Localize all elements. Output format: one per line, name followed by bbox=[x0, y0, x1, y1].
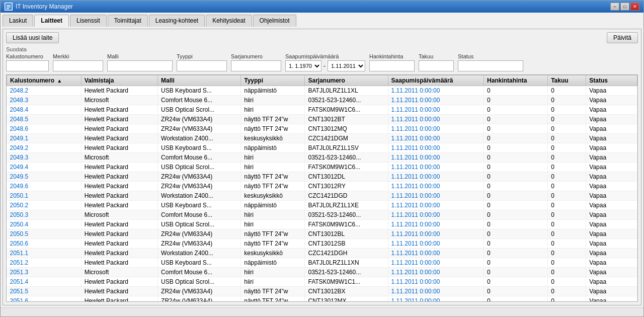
table-row[interactable]: 2048.3MicrosoftComfort Mouse 6...hiiri03… bbox=[7, 96, 637, 105]
col-tyyppi[interactable]: Tyyppi bbox=[241, 75, 305, 86]
cell-saapumispaiva[interactable]: 1.11.2011 0:00:00 bbox=[388, 153, 484, 163]
cell-saapumispaiva[interactable]: 1.11.2011 0:00:00 bbox=[388, 134, 484, 143]
cell-kalustonumero[interactable]: 2051.2 bbox=[7, 258, 82, 268]
filter-tyyppi-input[interactable] bbox=[177, 60, 227, 71]
filter-malli-input[interactable] bbox=[107, 60, 173, 71]
maximize-button[interactable]: □ bbox=[620, 3, 629, 11]
table-row[interactable]: 2050.3MicrosoftComfort Mouse 6...hiiri03… bbox=[7, 210, 637, 220]
table-row[interactable]: 2051.5Hewlett PackardZR24w (VM633A4)näyt… bbox=[7, 287, 637, 296]
filter-merkki-input[interactable] bbox=[53, 60, 103, 71]
cell-kalustonumero[interactable]: 2048.3 bbox=[7, 96, 82, 105]
cell-saapumispaiva[interactable]: 1.11.2011 0:00:00 bbox=[388, 105, 484, 115]
cell-saapumispaiva[interactable]: 1.11.2011 0:00:00 bbox=[388, 210, 484, 220]
cell-saapumispaiva[interactable]: 1.11.2011 0:00:00 bbox=[388, 143, 484, 153]
cell-saapumispaiva[interactable]: 1.11.2011 0:00:00 bbox=[388, 296, 484, 302]
cell-kalustonumero[interactable]: 2048.6 bbox=[7, 124, 82, 134]
filter-sarjanumero-input[interactable] bbox=[231, 60, 281, 71]
cell-kalustonumero[interactable]: 2051.1 bbox=[7, 249, 82, 258]
cell-saapumispaiva[interactable]: 1.11.2011 0:00:00 bbox=[388, 258, 484, 268]
cell-kalustonumero[interactable]: 2048.4 bbox=[7, 105, 82, 115]
cell-saapumispaiva[interactable]: 1.11.2011 0:00:00 bbox=[388, 229, 484, 239]
table-row[interactable]: 2050.6Hewlett PackardZR24w (VM633A4)näyt… bbox=[7, 239, 637, 249]
date-from-select[interactable]: 1. 1.1970 bbox=[285, 60, 321, 71]
cell-kalustonumero[interactable]: 2051.6 bbox=[7, 296, 82, 302]
table-row[interactable]: 2048.6Hewlett PackardZR24w (VM633A4)näyt… bbox=[7, 124, 637, 134]
cell-saapumispaiva[interactable]: 1.11.2011 0:00:00 bbox=[388, 96, 484, 105]
table-row[interactable]: 2050.4Hewlett PackardUSB Optical Scrol..… bbox=[7, 220, 637, 229]
table-row[interactable]: 2049.2Hewlett PackardUSB Keyboard S...nä… bbox=[7, 143, 637, 153]
col-takuu[interactable]: Takuu bbox=[548, 75, 586, 86]
cell-saapumispaiva[interactable]: 1.11.2011 0:00:00 bbox=[388, 201, 484, 210]
table-row[interactable]: 2049.4Hewlett PackardUSB Optical Scrol..… bbox=[7, 163, 637, 172]
add-device-button[interactable]: Lisää uusi laite bbox=[6, 32, 59, 43]
table-row[interactable]: 2050.5Hewlett PackardZR24w (VM633A4)näyt… bbox=[7, 229, 637, 239]
minimize-button[interactable]: – bbox=[610, 3, 619, 11]
cell-kalustonumero[interactable]: 2050.1 bbox=[7, 191, 82, 201]
table-row[interactable]: 2048.4Hewlett PackardUSB Optical Scrol..… bbox=[7, 105, 637, 115]
table-row[interactable]: 2051.1Hewlett PackardWorkstation Z400...… bbox=[7, 249, 637, 258]
tab-leasing[interactable]: Leasing-kohteet bbox=[149, 15, 205, 27]
cell-kalustonumero[interactable]: 2049.3 bbox=[7, 153, 82, 163]
table-row[interactable]: 2050.1Hewlett PackardWorkstation Z400...… bbox=[7, 191, 637, 201]
cell-saapumispaiva[interactable]: 1.11.2011 0:00:00 bbox=[388, 249, 484, 258]
cell-kalustonumero[interactable]: 2049.4 bbox=[7, 163, 82, 172]
table-row[interactable]: 2051.2Hewlett PackardUSB Keyboard S...nä… bbox=[7, 258, 637, 268]
col-kalustonumero[interactable]: Kalustonumero ▲ bbox=[7, 75, 82, 86]
cell-kalustonumero[interactable]: 2050.2 bbox=[7, 201, 82, 210]
tab-toimittajat[interactable]: Toimittajat bbox=[108, 15, 148, 27]
table-row[interactable]: 2048.5Hewlett PackardZR24w (VM633A4)näyt… bbox=[7, 115, 637, 124]
table-row[interactable]: 2051.4Hewlett PackardUSB Optical Scrol..… bbox=[7, 277, 637, 287]
table-row[interactable]: 2048.2Hewlett PackardUSB Keyboard S...nä… bbox=[7, 86, 637, 96]
date-to-select[interactable]: 1.11.2011 bbox=[328, 60, 365, 71]
cell-saapumispaiva[interactable]: 1.11.2011 0:00:00 bbox=[388, 172, 484, 182]
close-button[interactable]: ✕ bbox=[630, 3, 639, 11]
cell-saapumispaiva[interactable]: 1.11.2011 0:00:00 bbox=[388, 124, 484, 134]
cell-kalustonumero[interactable]: 2051.3 bbox=[7, 268, 82, 277]
cell-saapumispaiva[interactable]: 1.11.2011 0:00:00 bbox=[388, 182, 484, 191]
tab-ohjelmistot[interactable]: Ohjelmistot bbox=[253, 15, 296, 27]
cell-saapumispaiva[interactable]: 1.11.2011 0:00:00 bbox=[388, 115, 484, 124]
tab-lisenssit[interactable]: Lisenssit bbox=[70, 15, 107, 27]
filter-kalustonumero-input[interactable] bbox=[6, 60, 49, 71]
cell-kalustonumero[interactable]: 2048.2 bbox=[7, 86, 82, 96]
table-row[interactable]: 2049.5Hewlett PackardZR24w (VM633A4)näyt… bbox=[7, 172, 637, 182]
tab-laskut[interactable]: Laskut bbox=[3, 15, 33, 27]
col-valmistaja[interactable]: Valmistaja bbox=[81, 75, 157, 86]
table-row[interactable]: 2049.3MicrosoftComfort Mouse 6...hiiri03… bbox=[7, 153, 637, 163]
col-hankintahinta[interactable]: Hankintahinta bbox=[484, 75, 548, 86]
cell-kalustonumero[interactable]: 2049.5 bbox=[7, 172, 82, 182]
table-row[interactable]: 2049.1Hewlett PackardWorkstation Z400...… bbox=[7, 134, 637, 143]
cell-kalustonumero[interactable]: 2049.6 bbox=[7, 182, 82, 191]
cell-kalustonumero[interactable]: 2050.5 bbox=[7, 229, 82, 239]
table-row[interactable]: 2051.6Hewlett PackardZR24w (VM633A4)näyt… bbox=[7, 296, 637, 302]
table-row[interactable]: 2051.3MicrosoftComfort Mouse 6...hiiri03… bbox=[7, 268, 637, 277]
cell-saapumispaiva[interactable]: 1.11.2011 0:00:00 bbox=[388, 191, 484, 201]
cell-saapumispaiva[interactable]: 1.11.2011 0:00:00 bbox=[388, 277, 484, 287]
cell-kalustonumero[interactable]: 2051.4 bbox=[7, 277, 82, 287]
cell-saapumispaiva[interactable]: 1.11.2011 0:00:00 bbox=[388, 239, 484, 249]
cell-saapumispaiva[interactable]: 1.11.2011 0:00:00 bbox=[388, 268, 484, 277]
filter-hankintahinta-input[interactable] bbox=[369, 60, 415, 71]
cell-saapumispaiva[interactable]: 1.11.2011 0:00:00 bbox=[388, 287, 484, 296]
col-status[interactable]: Status bbox=[586, 75, 637, 86]
refresh-button[interactable]: Päivitä bbox=[607, 32, 638, 43]
table-row[interactable]: 2049.6Hewlett PackardZR24w (VM633A4)näyt… bbox=[7, 182, 637, 191]
cell-kalustonumero[interactable]: 2050.4 bbox=[7, 220, 82, 229]
filter-takuu-input[interactable] bbox=[419, 60, 454, 71]
col-malli[interactable]: Malli bbox=[158, 75, 241, 86]
cell-kalustonumero[interactable]: 2050.6 bbox=[7, 239, 82, 249]
col-saapumispaiva[interactable]: Saapumispäivämäärä bbox=[388, 75, 484, 86]
cell-kalustonumero[interactable]: 2049.2 bbox=[7, 143, 82, 153]
tab-kehitysideat[interactable]: Kehitysideat bbox=[206, 15, 252, 27]
cell-kalustonumero[interactable]: 2048.5 bbox=[7, 115, 82, 124]
table-row[interactable]: 2050.2Hewlett PackardUSB Keyboard S...nä… bbox=[7, 201, 637, 210]
filter-status-input[interactable] bbox=[458, 60, 523, 71]
cell-kalustonumero[interactable]: 2049.1 bbox=[7, 134, 82, 143]
cell-kalustonumero[interactable]: 2050.3 bbox=[7, 210, 82, 220]
col-sarjanumero[interactable]: Sarjanumero bbox=[305, 75, 388, 86]
cell-saapumispaiva[interactable]: 1.11.2011 0:00:00 bbox=[388, 163, 484, 172]
tab-laitteet[interactable]: Laitteet bbox=[34, 15, 69, 27]
cell-saapumispaiva[interactable]: 1.11.2011 0:00:00 bbox=[388, 86, 484, 96]
cell-saapumispaiva[interactable]: 1.11.2011 0:00:00 bbox=[388, 220, 484, 229]
cell-kalustonumero[interactable]: 2051.5 bbox=[7, 287, 82, 296]
